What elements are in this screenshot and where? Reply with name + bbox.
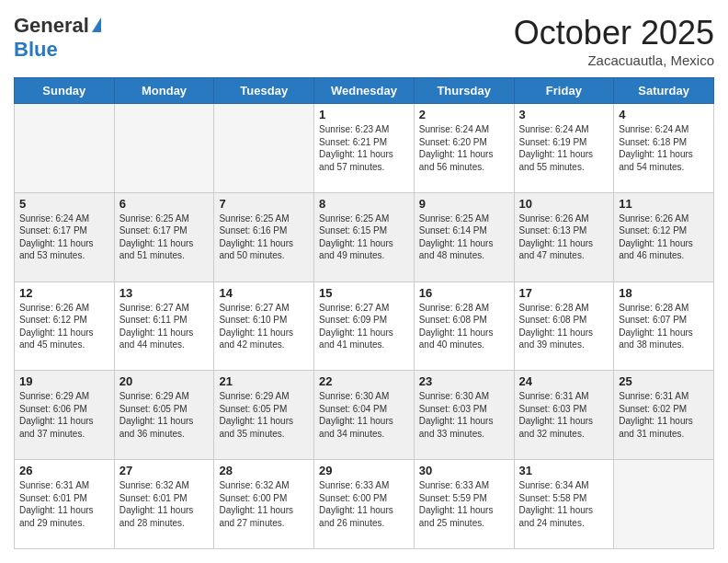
calendar-cell: 29Sunrise: 6:33 AM Sunset: 6:00 PM Dayli… xyxy=(314,460,415,549)
calendar-week-row: 5Sunrise: 6:24 AM Sunset: 6:17 PM Daylig… xyxy=(15,192,714,282)
cell-info: Sunrise: 6:31 AM Sunset: 6:01 PM Dayligh… xyxy=(19,479,109,529)
calendar-cell: 26Sunrise: 6:31 AM Sunset: 6:01 PM Dayli… xyxy=(15,460,115,549)
calendar-cell: 2Sunrise: 6:24 AM Sunset: 6:20 PM Daylig… xyxy=(414,104,514,193)
day-number: 16 xyxy=(419,286,509,300)
title-block: October 2025 Zacacuautla, Mexico xyxy=(514,14,714,68)
calendar-cell: 12Sunrise: 6:26 AM Sunset: 6:12 PM Dayli… xyxy=(15,282,115,371)
cell-info: Sunrise: 6:25 AM Sunset: 6:14 PM Dayligh… xyxy=(419,213,509,262)
calendar-cell: 16Sunrise: 6:28 AM Sunset: 6:08 PM Dayli… xyxy=(414,282,514,371)
day-number: 4 xyxy=(619,108,709,121)
day-number: 23 xyxy=(419,374,509,388)
calendar-table: SundayMondayTuesdayWednesdayThursdayFrid… xyxy=(14,77,714,549)
cell-info: Sunrise: 6:25 AM Sunset: 6:16 PM Dayligh… xyxy=(219,213,309,262)
cell-info: Sunrise: 6:31 AM Sunset: 6:03 PM Dayligh… xyxy=(519,390,609,440)
day-number: 13 xyxy=(119,286,210,300)
cell-info: Sunrise: 6:28 AM Sunset: 6:08 PM Dayligh… xyxy=(519,302,609,351)
page: General Blue October 2025 Zacacuautla, M… xyxy=(0,0,728,563)
cell-info: Sunrise: 6:27 AM Sunset: 6:09 PM Dayligh… xyxy=(319,302,409,351)
location-text: Zacacuautla, Mexico xyxy=(514,52,714,68)
calendar-cell: 20Sunrise: 6:29 AM Sunset: 6:05 PM Dayli… xyxy=(114,371,214,460)
calendar-cell: 30Sunrise: 6:33 AM Sunset: 5:59 PM Dayli… xyxy=(414,460,514,549)
calendar-cell: 5Sunrise: 6:24 AM Sunset: 6:17 PM Daylig… xyxy=(15,192,115,282)
cell-info: Sunrise: 6:25 AM Sunset: 6:15 PM Dayligh… xyxy=(319,213,409,262)
calendar-cell: 15Sunrise: 6:27 AM Sunset: 6:09 PM Dayli… xyxy=(314,282,415,371)
calendar-cell xyxy=(15,104,115,193)
day-number: 24 xyxy=(519,374,609,388)
day-number: 25 xyxy=(619,374,709,388)
cell-info: Sunrise: 6:25 AM Sunset: 6:17 PM Dayligh… xyxy=(119,213,210,262)
cell-info: Sunrise: 6:27 AM Sunset: 6:10 PM Dayligh… xyxy=(219,302,309,351)
day-number: 14 xyxy=(219,286,309,300)
calendar-header-row: SundayMondayTuesdayWednesdayThursdayFrid… xyxy=(15,78,714,104)
day-number: 9 xyxy=(419,197,509,211)
day-number: 30 xyxy=(419,464,509,477)
day-header-thursday: Thursday xyxy=(414,78,514,104)
cell-info: Sunrise: 6:29 AM Sunset: 6:05 PM Dayligh… xyxy=(119,390,210,440)
calendar-cell: 18Sunrise: 6:28 AM Sunset: 6:07 PM Dayli… xyxy=(614,282,714,371)
calendar-cell: 25Sunrise: 6:31 AM Sunset: 6:02 PM Dayli… xyxy=(614,371,714,460)
day-number: 21 xyxy=(219,374,309,388)
calendar-cell: 4Sunrise: 6:24 AM Sunset: 6:18 PM Daylig… xyxy=(614,104,714,193)
day-number: 27 xyxy=(119,464,210,477)
day-number: 17 xyxy=(519,286,609,300)
day-number: 8 xyxy=(319,197,409,211)
day-number: 5 xyxy=(19,197,109,211)
day-number: 12 xyxy=(19,286,109,300)
day-number: 2 xyxy=(419,108,509,121)
cell-info: Sunrise: 6:24 AM Sunset: 6:20 PM Dayligh… xyxy=(419,123,509,173)
logo-general-text: General xyxy=(14,14,89,38)
month-title: October 2025 xyxy=(514,14,714,52)
day-number: 3 xyxy=(519,108,609,121)
calendar-cell: 27Sunrise: 6:32 AM Sunset: 6:01 PM Dayli… xyxy=(114,460,214,549)
calendar-cell: 24Sunrise: 6:31 AM Sunset: 6:03 PM Dayli… xyxy=(514,371,614,460)
day-number: 19 xyxy=(19,374,109,388)
calendar-cell xyxy=(114,104,214,193)
day-number: 22 xyxy=(319,374,409,388)
day-header-wednesday: Wednesday xyxy=(314,78,415,104)
day-number: 1 xyxy=(319,108,409,121)
logo: General Blue xyxy=(14,14,101,62)
calendar-cell: 31Sunrise: 6:34 AM Sunset: 5:58 PM Dayli… xyxy=(514,460,614,549)
cell-info: Sunrise: 6:33 AM Sunset: 5:59 PM Dayligh… xyxy=(419,479,509,529)
calendar-cell: 9Sunrise: 6:25 AM Sunset: 6:14 PM Daylig… xyxy=(414,192,514,282)
header: General Blue October 2025 Zacacuautla, M… xyxy=(14,14,714,68)
calendar-cell: 3Sunrise: 6:24 AM Sunset: 6:19 PM Daylig… xyxy=(514,104,614,193)
calendar-cell: 11Sunrise: 6:26 AM Sunset: 6:12 PM Dayli… xyxy=(614,192,714,282)
day-header-monday: Monday xyxy=(114,78,214,104)
cell-info: Sunrise: 6:32 AM Sunset: 6:01 PM Dayligh… xyxy=(119,479,210,529)
calendar-cell: 19Sunrise: 6:29 AM Sunset: 6:06 PM Dayli… xyxy=(15,371,115,460)
calendar-week-row: 19Sunrise: 6:29 AM Sunset: 6:06 PM Dayli… xyxy=(15,371,714,460)
day-number: 7 xyxy=(219,197,309,211)
cell-info: Sunrise: 6:24 AM Sunset: 6:19 PM Dayligh… xyxy=(519,123,609,173)
cell-info: Sunrise: 6:28 AM Sunset: 6:08 PM Dayligh… xyxy=(419,302,509,351)
cell-info: Sunrise: 6:23 AM Sunset: 6:21 PM Dayligh… xyxy=(319,123,409,173)
day-number: 18 xyxy=(619,286,709,300)
cell-info: Sunrise: 6:29 AM Sunset: 6:06 PM Dayligh… xyxy=(19,390,109,440)
logo-triangle-icon xyxy=(92,17,101,32)
day-header-friday: Friday xyxy=(514,78,614,104)
cell-info: Sunrise: 6:30 AM Sunset: 6:04 PM Dayligh… xyxy=(319,390,409,440)
cell-info: Sunrise: 6:34 AM Sunset: 5:58 PM Dayligh… xyxy=(519,479,609,529)
calendar-cell: 22Sunrise: 6:30 AM Sunset: 6:04 PM Dayli… xyxy=(314,371,415,460)
day-number: 15 xyxy=(319,286,409,300)
calendar-cell: 8Sunrise: 6:25 AM Sunset: 6:15 PM Daylig… xyxy=(314,192,415,282)
calendar-cell: 1Sunrise: 6:23 AM Sunset: 6:21 PM Daylig… xyxy=(314,104,415,193)
day-number: 29 xyxy=(319,464,409,477)
calendar-cell: 23Sunrise: 6:30 AM Sunset: 6:03 PM Dayli… xyxy=(414,371,514,460)
cell-info: Sunrise: 6:24 AM Sunset: 6:18 PM Dayligh… xyxy=(619,123,709,173)
calendar-cell: 21Sunrise: 6:29 AM Sunset: 6:05 PM Dayli… xyxy=(214,371,314,460)
calendar-cell: 6Sunrise: 6:25 AM Sunset: 6:17 PM Daylig… xyxy=(114,192,214,282)
day-number: 26 xyxy=(19,464,109,477)
day-header-sunday: Sunday xyxy=(15,78,115,104)
calendar-week-row: 26Sunrise: 6:31 AM Sunset: 6:01 PM Dayli… xyxy=(15,460,714,549)
calendar-cell xyxy=(214,104,314,193)
day-header-tuesday: Tuesday xyxy=(214,78,314,104)
cell-info: Sunrise: 6:24 AM Sunset: 6:17 PM Dayligh… xyxy=(19,213,109,262)
cell-info: Sunrise: 6:27 AM Sunset: 6:11 PM Dayligh… xyxy=(119,302,210,351)
calendar-cell: 14Sunrise: 6:27 AM Sunset: 6:10 PM Dayli… xyxy=(214,282,314,371)
cell-info: Sunrise: 6:31 AM Sunset: 6:02 PM Dayligh… xyxy=(619,390,709,440)
calendar-week-row: 1Sunrise: 6:23 AM Sunset: 6:21 PM Daylig… xyxy=(15,104,714,193)
day-number: 11 xyxy=(619,197,709,211)
calendar-cell: 28Sunrise: 6:32 AM Sunset: 6:00 PM Dayli… xyxy=(214,460,314,549)
cell-info: Sunrise: 6:26 AM Sunset: 6:13 PM Dayligh… xyxy=(519,213,609,262)
